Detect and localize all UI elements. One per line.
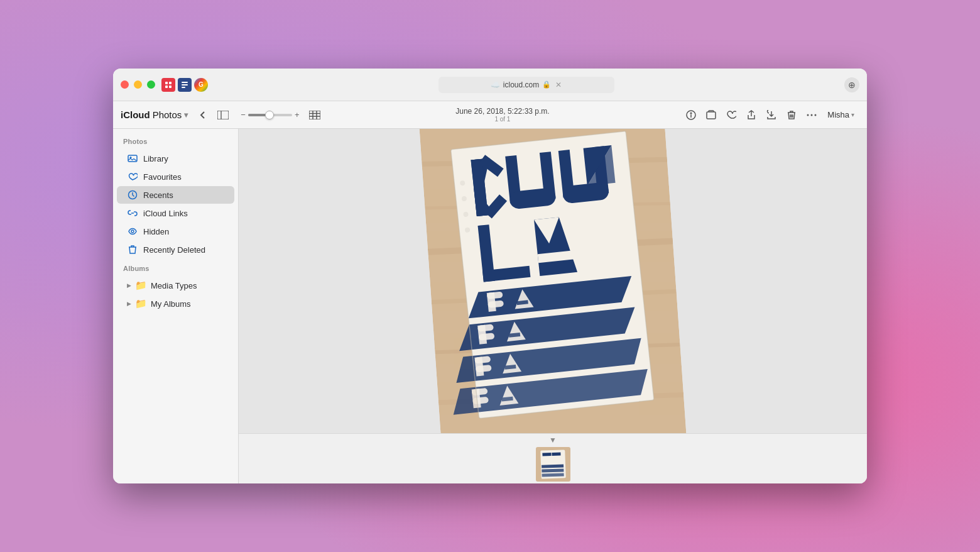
maximize-button[interactable] bbox=[147, 80, 155, 89]
icloud-links-label: iCloud Links bbox=[143, 209, 188, 218]
browser-action-btn[interactable]: ⊕ bbox=[844, 77, 859, 92]
zoom-plus-button[interactable]: + bbox=[295, 110, 300, 119]
traffic-lights bbox=[121, 80, 155, 89]
svg-rect-5 bbox=[182, 84, 188, 86]
extension-icon-1[interactable] bbox=[161, 78, 175, 92]
recently-deleted-icon bbox=[127, 244, 138, 255]
sidebar-item-favourites[interactable]: Favourites bbox=[117, 168, 234, 185]
favicon-icon: ☁️ bbox=[491, 80, 500, 89]
app-title: iCloud Photos ▾ bbox=[121, 109, 188, 120]
photo-filmstrip: ▼ bbox=[239, 433, 867, 483]
media-types-chevron: ▶ bbox=[127, 282, 131, 289]
app-name-light: Photos bbox=[153, 109, 182, 120]
svg-point-22 bbox=[811, 114, 813, 116]
photos-section-label: Photos bbox=[113, 138, 238, 149]
delete-button[interactable] bbox=[782, 106, 801, 124]
photo-viewing-area: ▼ bbox=[239, 129, 867, 483]
svg-rect-0 bbox=[165, 82, 168, 84]
grid-view-button[interactable] bbox=[306, 106, 324, 124]
address-bar[interactable]: ☁️ icloud.com 🔒 ✕ bbox=[438, 77, 614, 93]
svg-rect-2 bbox=[165, 86, 168, 88]
zoom-control: − + bbox=[241, 110, 299, 119]
library-icon bbox=[127, 153, 138, 164]
svg-rect-3 bbox=[169, 86, 172, 88]
info-button[interactable] bbox=[682, 106, 700, 124]
photo-date-text: June 26, 2018, 5:22:33 p.m. bbox=[327, 107, 678, 116]
my-albums-label: My Albums bbox=[151, 299, 191, 309]
extension-icon-3[interactable]: G bbox=[194, 78, 208, 92]
svg-point-25 bbox=[130, 157, 132, 158]
recents-icon bbox=[127, 189, 138, 201]
user-menu-button[interactable]: Misha ▾ bbox=[822, 108, 859, 122]
photo-image bbox=[419, 129, 686, 433]
svg-point-21 bbox=[807, 114, 809, 116]
my-albums-chevron: ▶ bbox=[127, 301, 131, 307]
address-bar-container: ☁️ icloud.com 🔒 ✕ bbox=[208, 77, 844, 93]
svg-rect-87 bbox=[552, 453, 560, 456]
zoom-slider[interactable] bbox=[248, 114, 292, 116]
library-label: Library bbox=[143, 154, 168, 163]
favourites-label: Favourites bbox=[143, 172, 182, 182]
svg-point-23 bbox=[815, 114, 817, 116]
icloud-links-icon bbox=[127, 207, 138, 219]
albums-button[interactable] bbox=[702, 106, 721, 124]
app-name-bold: iCloud bbox=[121, 109, 150, 120]
sidebar-item-library[interactable]: Library bbox=[117, 150, 234, 167]
minimize-button[interactable] bbox=[134, 80, 142, 89]
lock-icon: 🔒 bbox=[542, 80, 551, 89]
main-content-area: Photos Library Favourites Rece bbox=[113, 129, 867, 483]
sidebar-item-hidden[interactable]: Hidden bbox=[117, 223, 234, 240]
svg-rect-86 bbox=[542, 453, 551, 456]
back-button[interactable] bbox=[194, 106, 212, 124]
extension-icon-2[interactable] bbox=[178, 78, 192, 92]
user-dropdown-icon: ▾ bbox=[851, 111, 854, 118]
media-types-label: Media Types bbox=[151, 281, 197, 290]
svg-rect-6 bbox=[182, 87, 185, 88]
svg-rect-17 bbox=[707, 112, 716, 119]
sidebar-item-recents[interactable]: Recents bbox=[117, 186, 234, 204]
svg-rect-9 bbox=[309, 111, 320, 119]
photo-main-view[interactable] bbox=[239, 129, 867, 433]
sidebar-item-recently-deleted[interactable]: Recently Deleted bbox=[117, 241, 234, 258]
url-text: icloud.com bbox=[503, 80, 539, 89]
my-albums-group[interactable]: ▶ 📁 My Albums bbox=[117, 295, 234, 312]
svg-rect-1 bbox=[169, 82, 172, 84]
reload-icon[interactable]: ✕ bbox=[555, 80, 562, 89]
download-button[interactable] bbox=[762, 106, 781, 124]
media-types-group[interactable]: ▶ 📁 Media Types bbox=[117, 277, 234, 294]
svg-point-27 bbox=[131, 230, 134, 233]
recently-deleted-label: Recently Deleted bbox=[143, 245, 205, 255]
app-dropdown-icon[interactable]: ▾ bbox=[184, 111, 188, 119]
svg-rect-24 bbox=[128, 155, 137, 162]
close-button[interactable] bbox=[121, 80, 129, 89]
main-window: G ☁️ icloud.com 🔒 ✕ ⊕ iCloud Photos ▾ bbox=[113, 69, 867, 483]
media-types-folder-icon: 📁 bbox=[135, 280, 147, 291]
albums-section-label: Albums bbox=[113, 265, 238, 276]
svg-rect-4 bbox=[182, 82, 188, 83]
photo-date-display: June 26, 2018, 5:22:33 p.m. 1 of 1 bbox=[327, 107, 678, 123]
photo-count-text: 1 of 1 bbox=[327, 116, 678, 123]
filmstrip-thumbnail[interactable] bbox=[536, 447, 570, 482]
toolbar-right-actions: Misha ▾ bbox=[682, 106, 859, 124]
sidebar: Photos Library Favourites Rece bbox=[113, 129, 239, 483]
share-button[interactable] bbox=[742, 106, 761, 124]
photos-toolbar: iCloud Photos ▾ − + bbox=[113, 101, 867, 129]
filmstrip-arrow: ▼ bbox=[549, 436, 557, 444]
hidden-label: Hidden bbox=[143, 227, 169, 236]
sidebar-item-icloud-links[interactable]: iCloud Links bbox=[117, 204, 234, 222]
favorite-button[interactable] bbox=[722, 106, 741, 124]
favourites-icon bbox=[127, 171, 138, 182]
user-name-text: Misha bbox=[827, 110, 849, 119]
hidden-icon bbox=[127, 226, 138, 237]
zoom-minus-button[interactable]: − bbox=[241, 110, 246, 119]
albums-section: Albums ▶ 📁 Media Types ▶ 📁 My Albums bbox=[113, 265, 238, 312]
recents-label: Recents bbox=[143, 190, 173, 200]
svg-point-16 bbox=[691, 113, 692, 114]
svg-rect-7 bbox=[217, 111, 229, 119]
more-button[interactable] bbox=[802, 106, 821, 124]
titlebar: G ☁️ icloud.com 🔒 ✕ ⊕ bbox=[113, 69, 867, 101]
sidebar-toggle-button[interactable] bbox=[214, 106, 232, 124]
my-albums-folder-icon: 📁 bbox=[135, 298, 147, 309]
